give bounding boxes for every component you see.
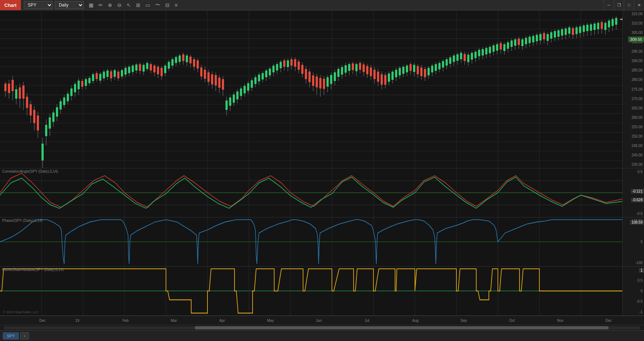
timeframe-dropdown[interactable]: Daily 1 Min 5 Min 1 Hour Weekly	[55, 1, 84, 9]
svg-rect-196	[301, 65, 303, 74]
x-label-mar: Mar	[171, 319, 177, 323]
svg-rect-166	[247, 83, 249, 91]
svg-rect-116	[157, 67, 159, 74]
svg-rect-154	[225, 100, 228, 110]
svg-rect-342	[565, 29, 567, 35]
svg-rect-144	[207, 72, 210, 82]
scrollbar-track	[4, 326, 640, 329]
svg-rect-348	[575, 27, 578, 34]
svg-rect-132	[186, 56, 188, 62]
svg-rect-310	[507, 42, 509, 49]
add-tab-button[interactable]: +	[20, 332, 29, 340]
svg-rect-350	[579, 27, 581, 33]
minimize-button[interactable]: ─	[604, 0, 614, 10]
svg-rect-202	[312, 75, 314, 86]
rectangle-icon[interactable]: ▭	[144, 1, 152, 9]
market-state-badge: 1	[639, 268, 644, 273]
svg-rect-254	[406, 66, 408, 73]
chart-container: ➜ 315.00 310.00 305.00 300.00 295.00 290…	[0, 10, 644, 316]
svg-rect-80	[92, 74, 94, 81]
svg-rect-276	[446, 59, 448, 66]
price-panel[interactable]: ➜ 315.00 310.00 305.00 300.00 295.00 290…	[0, 10, 644, 168]
scrollbar-thumb[interactable]	[195, 326, 609, 329]
svg-rect-318	[521, 39, 523, 46]
svg-rect-70	[74, 84, 76, 92]
svg-rect-194	[298, 61, 300, 70]
draw-tool-icon[interactable]: ✏	[97, 1, 104, 9]
market-state-panel: MarketStateVariable(SPY (Daily),0,14)	[0, 267, 644, 316]
svg-rect-240	[381, 74, 383, 85]
svg-rect-176	[265, 70, 267, 77]
msv-y-n05: -0.5	[624, 299, 643, 303]
phasor-panel: Phasor(SPY (Daily),0,14) 108.59 0 -100	[0, 217, 644, 267]
svg-rect-328	[539, 34, 542, 40]
svg-rect-118	[161, 68, 163, 76]
titlebar: Chart SPY Daily 1 Min 5 Min 1 Hour Weekl…	[0, 0, 644, 10]
corr-y-upper: 0.5	[624, 170, 643, 174]
svg-rect-184	[280, 62, 282, 68]
svg-text:➜: ➜	[620, 16, 622, 22]
x-label-sep: Sep	[460, 319, 467, 323]
svg-rect-74	[81, 81, 83, 87]
phasor-y-mid: 0	[624, 240, 643, 244]
svg-rect-138	[197, 60, 199, 69]
y-label-255: 255.00	[624, 125, 643, 129]
wave-icon[interactable]: 〜	[154, 1, 162, 9]
svg-rect-92	[114, 70, 116, 77]
svg-rect-366	[608, 21, 610, 27]
svg-rect-346	[572, 28, 574, 35]
menu-icon[interactable]: ≡	[173, 1, 179, 9]
svg-rect-90	[110, 71, 112, 78]
svg-rect-0	[0, 10, 622, 168]
svg-rect-364	[604, 23, 606, 30]
maximize-button[interactable]: □	[624, 0, 634, 10]
svg-rect-284	[460, 53, 462, 59]
svg-rect-94	[117, 72, 119, 78]
scrollbar-area[interactable]	[0, 325, 644, 330]
svg-rect-172	[258, 75, 260, 82]
bar-chart-icon[interactable]: ▦	[87, 1, 95, 9]
svg-rect-358	[593, 23, 596, 30]
price-chart-svg: ➜	[0, 10, 622, 168]
msv-y-05: 0.5	[624, 279, 643, 282]
svg-rect-78	[88, 78, 91, 83]
y-label-270: 270.00	[624, 97, 643, 101]
zoom-in-icon[interactable]: ⊕	[106, 1, 114, 9]
svg-rect-266	[428, 68, 430, 75]
svg-rect-352	[583, 26, 585, 32]
svg-rect-224	[352, 63, 354, 70]
svg-rect-280	[453, 56, 455, 62]
svg-rect-308	[503, 44, 505, 51]
x-label-dec-left: Dec	[39, 319, 46, 323]
zoom-out-icon[interactable]: ⊖	[116, 1, 123, 9]
grid-icon[interactable]: ⊟	[164, 1, 171, 9]
svg-rect-362	[601, 22, 603, 29]
symbol-dropdown[interactable]: SPY	[24, 1, 53, 9]
close-button[interactable]: ✕	[634, 0, 644, 10]
svg-rect-230	[363, 65, 365, 72]
svg-rect-98	[124, 68, 127, 75]
svg-rect-326	[536, 35, 538, 41]
cursor-icon[interactable]: ↖	[125, 1, 132, 9]
x-label-jul: Jul	[365, 319, 369, 323]
chart-title: Chart	[0, 0, 21, 10]
svg-rect-180	[272, 66, 275, 73]
svg-rect-258	[413, 65, 415, 72]
correlation-badge-1: -0.121	[631, 189, 644, 194]
svg-rect-104	[135, 65, 137, 71]
svg-rect-140	[200, 68, 202, 77]
svg-rect-212	[330, 75, 332, 84]
spy-tab-label: SPY	[7, 334, 15, 338]
svg-rect-134	[189, 57, 192, 64]
svg-rect-324	[532, 36, 534, 43]
svg-rect-228	[359, 63, 361, 70]
y-label-260: 260.00	[624, 116, 643, 120]
svg-rect-102	[132, 66, 134, 72]
spy-tab[interactable]: SPY	[3, 332, 19, 340]
restore-button[interactable]: ❐	[614, 0, 624, 10]
crosshair-icon[interactable]: ⊞	[135, 1, 142, 9]
svg-rect-344	[568, 27, 570, 34]
svg-rect-136	[193, 59, 195, 67]
svg-rect-296	[482, 49, 484, 56]
x-label-19: 19	[75, 319, 79, 323]
